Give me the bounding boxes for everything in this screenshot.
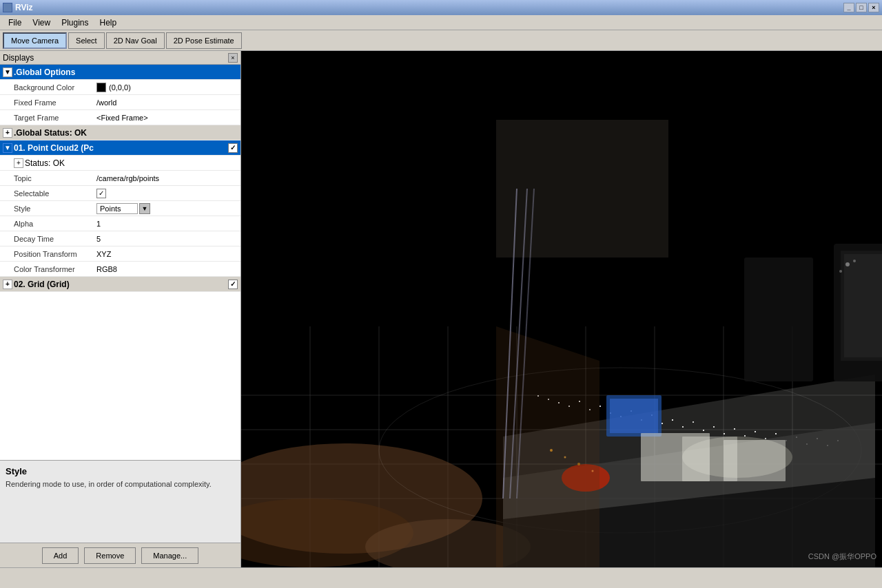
add-button[interactable]: Add (42, 547, 79, 564)
style-row[interactable]: Style Points ▼ (0, 201, 240, 216)
global-status-header[interactable]: + .Global Status: OK (0, 125, 240, 140)
rviz-icon (3, 3, 12, 12)
status-bar (0, 567, 882, 582)
color-transformer-value: RGB8 (96, 265, 240, 273)
decay-time-label: Decay Time (14, 235, 96, 243)
svg-point-63 (564, 456, 566, 459)
help-text: Rendering mode to use, in order of compu… (6, 479, 235, 490)
main-layout: Displays × ▼ .Global Options Background … (0, 51, 882, 567)
bottom-buttons: Add Remove Manage... (0, 543, 240, 567)
watermark: CSDN @振华OPPO (808, 552, 876, 562)
expand-grid-icon[interactable]: + (3, 280, 12, 289)
selectable-label: Selectable (14, 189, 96, 198)
toolbar-2d-nav-goal[interactable]: 2D Nav Goal (106, 32, 165, 49)
global-options-header[interactable]: ▼ .Global Options (0, 65, 240, 80)
svg-point-62 (550, 449, 553, 452)
fixed-frame-label: Fixed Frame (14, 98, 96, 107)
position-transform-value: XYZ (96, 250, 240, 258)
position-transform-row[interactable]: Position Transform XYZ (0, 246, 240, 262)
svg-rect-51 (844, 254, 882, 357)
topic-value: /camera/rgb/points (96, 174, 240, 182)
topic-row[interactable]: Topic /camera/rgb/points (0, 171, 240, 186)
position-transform-label: Position Transform (14, 250, 96, 258)
viewport[interactable]: CSDN @振华OPPO (241, 51, 882, 567)
topic-label: Topic (14, 174, 96, 182)
global-options-label: .Global Options (14, 67, 75, 77)
svg-point-65 (592, 470, 594, 472)
decay-time-row[interactable]: Decay Time 5 (0, 231, 240, 246)
svg-rect-55 (610, 399, 658, 433)
help-title: Style (6, 466, 235, 476)
grid-checkbox[interactable]: ✓ (228, 280, 238, 289)
tree-view[interactable]: ▼ .Global Options Background Color (0,0,… (0, 65, 240, 460)
collapse-point-cloud-icon[interactable]: ▼ (3, 143, 12, 153)
svg-marker-61 (496, 326, 599, 567)
menu-help[interactable]: Help (94, 17, 123, 29)
left-panel: Displays × ▼ .Global Options Background … (0, 51, 241, 567)
menu-file[interactable]: File (3, 17, 27, 29)
minimize-button[interactable]: _ (843, 3, 854, 12)
point-cloud-visualization (241, 51, 882, 567)
target-frame-row[interactable]: Target Frame <Fixed Frame> (0, 110, 240, 125)
menu-bar: File View Plugins Help (0, 15, 882, 30)
status-ok-row[interactable]: + Status: OK (0, 156, 240, 171)
style-value: Points ▼ (96, 203, 240, 214)
background-color-row[interactable]: Background Color (0,0,0) (0, 80, 240, 95)
displays-close-button[interactable]: × (228, 53, 238, 63)
svg-rect-60 (496, 120, 668, 258)
toolbar-select[interactable]: Select (68, 32, 105, 49)
manage-button[interactable]: Manage... (141, 547, 198, 564)
toolbar-move-camera[interactable]: Move Camera (3, 32, 67, 49)
target-frame-value: <Fixed Frame> (96, 114, 240, 122)
expand-status-icon[interactable]: + (14, 158, 23, 168)
point-cloud-header[interactable]: ▼ 01. Point Cloud2 (Pc ✓ (0, 140, 240, 156)
svg-rect-23 (599, 406, 601, 407)
style-dropdown[interactable]: Points ▼ (96, 203, 150, 214)
menu-view[interactable]: View (27, 17, 56, 29)
alpha-label: Alpha (14, 220, 96, 228)
close-button[interactable]: × (868, 3, 879, 12)
svg-point-66 (845, 262, 850, 266)
background-color-value: (0,0,0) (96, 83, 240, 92)
title-bar: RViz _ □ × (0, 0, 882, 15)
selectable-value: ✓ (96, 189, 240, 198)
color-transformer-row[interactable]: Color Transformer RGB8 (0, 262, 240, 277)
status-label: Status: OK (25, 158, 65, 168)
global-status-label: .Global Status: OK (14, 128, 87, 138)
svg-point-68 (853, 260, 856, 262)
selectable-row[interactable]: Selectable ✓ (0, 186, 240, 201)
grid-header[interactable]: + 02. Grid (Grid) ✓ (0, 277, 240, 292)
title-bar-buttons: _ □ × (843, 3, 879, 12)
svg-rect-52 (744, 258, 813, 381)
decay-time-value: 5 (96, 235, 240, 243)
maximize-button[interactable]: □ (856, 3, 867, 12)
alpha-row[interactable]: Alpha 1 (0, 216, 240, 231)
point-cloud-label: 01. Point Cloud2 (Pc (14, 143, 228, 153)
remove-button[interactable]: Remove (84, 547, 136, 564)
displays-header: Displays × (0, 51, 240, 65)
point-cloud-checkbox[interactable]: ✓ (228, 143, 238, 153)
style-label: Style (14, 204, 96, 213)
fixed-frame-value: /world (96, 98, 240, 107)
help-panel: Style Rendering mode to use, in order of… (0, 460, 240, 543)
toolbar: Move Camera Select 2D Nav Goal 2D Pose E… (0, 30, 882, 51)
selectable-checkbox[interactable]: ✓ (96, 189, 106, 198)
window-title: RViz (15, 3, 33, 12)
background-color-label: Background Color (14, 83, 96, 92)
svg-point-64 (577, 463, 580, 465)
displays-title: Displays (3, 53, 34, 63)
title-bar-left: RViz (3, 3, 33, 12)
svg-rect-59 (724, 440, 786, 481)
target-frame-label: Target Frame (14, 114, 96, 122)
grid-label: 02. Grid (Grid) (14, 280, 228, 289)
color-transformer-label: Color Transformer (14, 265, 96, 273)
menu-plugins[interactable]: Plugins (56, 17, 94, 29)
toolbar-2d-pose-estimate[interactable]: 2D Pose Estimate (166, 32, 242, 49)
fixed-frame-row[interactable]: Fixed Frame /world (0, 95, 240, 110)
svg-point-67 (839, 270, 842, 273)
collapse-icon[interactable]: ▼ (3, 67, 12, 77)
expand-global-status-icon[interactable]: + (3, 128, 12, 138)
style-dropdown-arrow[interactable]: ▼ (139, 203, 150, 214)
color-swatch[interactable] (96, 83, 106, 92)
alpha-value: 1 (96, 220, 240, 228)
